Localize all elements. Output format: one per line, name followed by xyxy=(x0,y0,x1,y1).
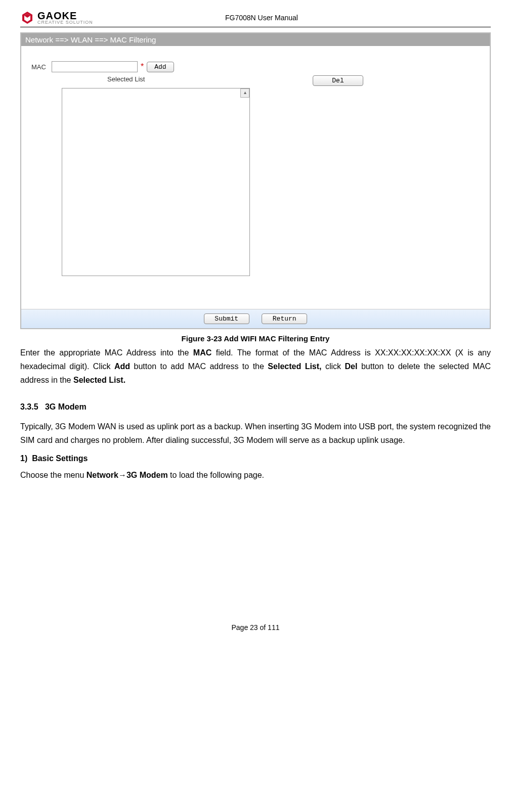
logo-icon xyxy=(20,11,34,25)
figure-caption: Figure 3-23 Add WIFI MAC Filtering Entry xyxy=(20,334,491,343)
paragraph-1: Enter the appropriate MAC Address into t… xyxy=(20,346,491,387)
breadcrumb: Network ==> WLAN ==> MAC Filtering xyxy=(21,33,490,46)
return-button[interactable]: Return xyxy=(262,313,307,324)
mac-input[interactable] xyxy=(52,61,138,72)
page-header: GAOKE CREATIVE SOLUTION FG7008N User Man… xyxy=(20,10,491,27)
add-button[interactable]: Add xyxy=(147,62,174,72)
paragraph-3: Choose the menu Network→3G Modem to load… xyxy=(20,468,491,482)
manual-title: FG7008N User Manual xyxy=(93,14,430,22)
screenshot-panel: Network ==> WLAN ==> MAC Filtering MAC *… xyxy=(20,32,491,329)
mac-label: MAC xyxy=(31,63,52,71)
logo: GAOKE CREATIVE SOLUTION xyxy=(20,10,93,25)
required-mark: * xyxy=(141,62,144,71)
paragraph-2: Typically, 3G Modem WAN is used as uplin… xyxy=(20,420,491,447)
del-button[interactable]: Del xyxy=(313,75,363,86)
logo-tagline: CREATIVE SOLUTION xyxy=(37,20,93,25)
bottom-button-bar: Submit Return xyxy=(21,309,490,328)
selected-list-box[interactable]: ▴ xyxy=(62,88,250,276)
scroll-up-icon[interactable]: ▴ xyxy=(240,88,249,98)
page-footer: Page 23 of 111 xyxy=(20,623,491,631)
submit-button[interactable]: Submit xyxy=(204,313,249,324)
section-heading: 3.3.5 3G Modem xyxy=(20,402,491,412)
selected-list-label: Selected List xyxy=(107,75,145,83)
sub-heading: 1) Basic Settings xyxy=(20,454,491,463)
